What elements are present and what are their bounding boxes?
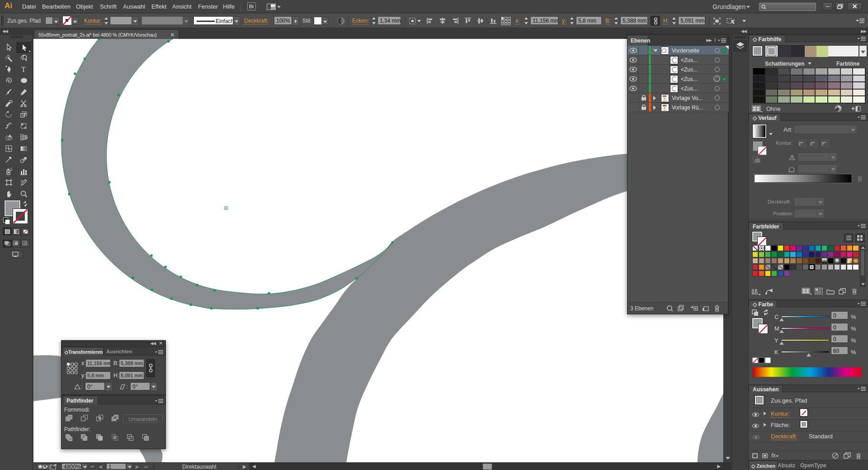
svg-text:T: T bbox=[21, 66, 26, 73]
